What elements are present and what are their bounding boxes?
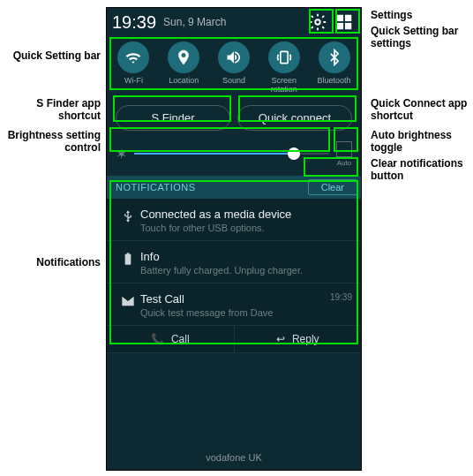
svg-rect-1	[337, 15, 343, 21]
shortcut-row: S Finder Quick connect	[107, 102, 361, 138]
clock-time: 19:39	[112, 12, 156, 33]
callout: Settings	[371, 9, 412, 21]
notifications-title: NOTIFICATIONS	[116, 182, 308, 193]
carrier-label: vodafone UK	[107, 445, 361, 470]
notifications-header: NOTIFICATIONS Clear	[107, 176, 361, 199]
reply-label: Reply	[292, 333, 319, 345]
qs-wifi[interactable]: Wi-Fi	[109, 42, 157, 94]
settings-icon[interactable]	[306, 11, 329, 34]
quick-settings-bar: Wi-Fi Location Sound Screen rotation Blu…	[107, 36, 361, 102]
qs-label: Location	[169, 77, 199, 86]
qs-label: Wi-Fi	[124, 77, 143, 86]
qs-sound[interactable]: Sound	[210, 42, 258, 94]
auto-label: Auto	[337, 159, 351, 167]
phone-screen: 19:39 Sun, 9 March Wi-Fi Location Sound …	[106, 7, 362, 471]
notif-time: 19:39	[330, 292, 352, 318]
callout: Brightness setting control	[0, 129, 101, 155]
notification-actions: 📞 Call ↩ Reply	[107, 326, 361, 353]
status-date: Sun, 9 March	[163, 16, 303, 28]
notification-item[interactable]: Test Call Quick test message from Dave 1…	[107, 283, 361, 326]
callout: Auto brightness toggle	[371, 129, 459, 155]
notif-sub: Quick test message from Dave	[140, 307, 330, 318]
auto-brightness-toggle[interactable]: Auto	[336, 141, 352, 167]
svg-rect-3	[337, 23, 343, 29]
callout: Quick Setting bar settings	[371, 25, 459, 50]
reply-icon: ↩	[276, 333, 285, 345]
message-icon	[116, 292, 140, 318]
brightness-row: ✶ Auto	[107, 138, 361, 176]
notif-title: Info	[140, 250, 352, 263]
qs-bluetooth[interactable]: Bluetooth	[311, 42, 358, 94]
qs-label: Screen rotation	[271, 77, 297, 94]
callout: Notifications	[7, 256, 101, 268]
callout: Quick Connect app shortcut	[371, 97, 468, 123]
panel-settings-icon[interactable]	[333, 11, 356, 34]
notification-item[interactable]: Info Battery fully charged. Unplug charg…	[107, 241, 361, 283]
battery-icon	[116, 250, 140, 276]
brightness-icon: ✶	[116, 146, 127, 162]
sfinder-button[interactable]: S Finder	[116, 105, 230, 131]
notif-title: Test Call	[140, 292, 330, 306]
bluetooth-icon	[319, 42, 350, 73]
svg-point-0	[315, 19, 320, 25]
usb-icon	[116, 208, 140, 233]
brightness-slider[interactable]	[134, 147, 329, 161]
call-label: Call	[171, 333, 190, 345]
callout: S Finder app shortcut	[7, 97, 101, 123]
wifi-icon	[117, 42, 149, 73]
notif-title: Connected as a media device	[140, 208, 352, 221]
quickconnect-button[interactable]: Quick connect	[237, 105, 352, 131]
reply-action[interactable]: ↩ Reply	[235, 326, 362, 352]
rotation-icon	[268, 42, 300, 73]
status-bar: 19:39 Sun, 9 March	[107, 8, 361, 36]
qs-rotation[interactable]: Screen rotation	[260, 42, 308, 94]
svg-rect-4	[345, 23, 351, 29]
notification-list: Connected as a media device Touch for ot…	[107, 199, 361, 353]
checkbox-icon	[336, 141, 352, 157]
qs-location[interactable]: Location	[160, 42, 207, 94]
callout: Quick Setting bar	[7, 49, 101, 62]
notification-item[interactable]: Connected as a media device Touch for ot…	[107, 199, 361, 241]
clear-button[interactable]: Clear	[308, 179, 357, 195]
notif-sub: Touch for other USB options.	[140, 223, 352, 233]
location-icon	[168, 42, 199, 73]
callout: Clear notifications button	[371, 157, 468, 183]
qs-label: Sound	[222, 77, 245, 86]
sound-icon	[218, 42, 250, 73]
qs-label: Bluetooth	[318, 77, 351, 86]
call-action[interactable]: 📞 Call	[107, 326, 235, 352]
notif-sub: Battery fully charged. Unplug charger.	[140, 265, 352, 276]
phone-icon: 📞	[151, 333, 164, 345]
svg-rect-2	[345, 15, 351, 21]
svg-rect-6	[125, 253, 131, 264]
svg-rect-7	[127, 253, 130, 254]
svg-rect-5	[281, 51, 288, 63]
